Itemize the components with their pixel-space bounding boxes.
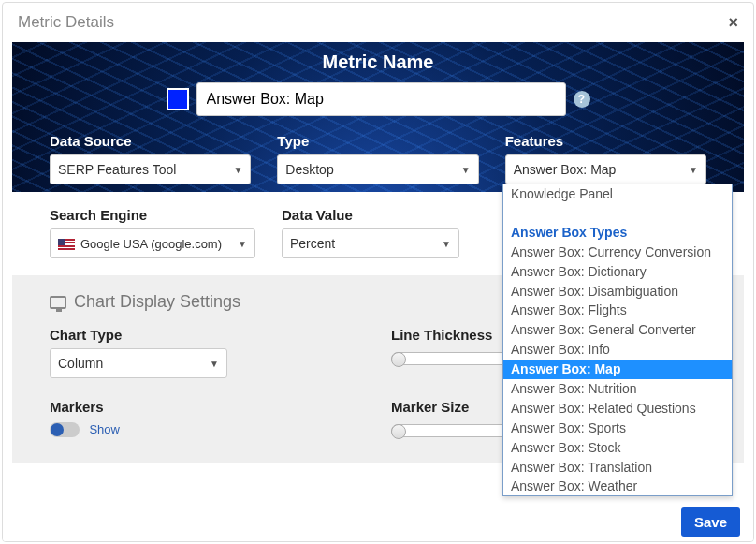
hero-title: Metric Name (12, 51, 744, 73)
modal-title: Metric Details (18, 13, 114, 32)
dropdown-item[interactable]: Answer Box: Currency Conversion (503, 243, 732, 262)
type-label: Type (277, 133, 478, 149)
data-source-select[interactable]: SERP Features Tool ▼ (50, 154, 251, 184)
chevron-down-icon: ▼ (210, 359, 219, 369)
chevron-down-icon: ▼ (233, 165, 242, 175)
modal-header: Metric Details × (3, 3, 753, 42)
metric-name-row: ? (12, 82, 744, 116)
metric-name-input[interactable] (196, 82, 566, 116)
hero-banner: Metric Name ? Data Source SERP Features … (12, 42, 744, 192)
data-value-value: Percent (290, 236, 335, 251)
data-value-select[interactable]: Percent ▼ (282, 228, 459, 258)
search-engine-select[interactable]: Google USA (google.com) ▼ (50, 228, 255, 258)
dropdown-item[interactable]: Answer Box: Dictionary (503, 262, 732, 282)
search-engine-label: Search Engine (50, 207, 255, 223)
chevron-down-icon: ▼ (689, 165, 698, 175)
dropdown-item[interactable]: Answer Box: General Converter (503, 320, 732, 340)
chevron-down-icon: ▼ (238, 239, 247, 249)
data-source-label: Data Source (50, 133, 251, 149)
dropdown-item[interactable]: Answer Box: Nutrition (503, 379, 732, 399)
section-title-text: Chart Display Settings (74, 292, 240, 312)
chart-type-select[interactable]: Column ▼ (50, 348, 227, 378)
features-value: Answer Box: Map (514, 162, 617, 177)
chevron-down-icon: ▼ (442, 239, 451, 249)
markers-toggle-text: Show (89, 422, 120, 436)
chart-type-label: Chart Type (50, 327, 365, 343)
chevron-down-icon: ▼ (461, 165, 471, 175)
dropdown-item[interactable]: Answer Box: Flights (503, 301, 732, 320)
features-dropdown-scroll[interactable]: Knowledge PanelAnswer Box TypesAnswer Bo… (503, 184, 732, 495)
modal-footer: Save (3, 502, 753, 541)
dropdown-item[interactable]: Answer Box: Info (503, 340, 732, 360)
save-button[interactable]: Save (681, 507, 740, 537)
markers-label: Markers (50, 399, 365, 415)
dropdown-item[interactable]: Answer Box: Stock (503, 438, 732, 458)
modal: Metric Details × Metric Name ? Data Sour… (2, 2, 754, 542)
chart-type-value: Column (58, 356, 103, 371)
data-value-label: Data Value (282, 207, 459, 223)
features-label: Features (505, 133, 706, 149)
dropdown-item[interactable]: Answer Box: Translation (503, 458, 732, 478)
monitor-icon (50, 296, 66, 309)
data-source-value: SERP Features Tool (58, 162, 176, 177)
type-select[interactable]: Desktop ▼ (277, 154, 478, 184)
dropdown-gap (503, 204, 732, 213)
dropdown-item[interactable]: Answer Box: Sports (503, 419, 732, 438)
dropdown-group-header: Answer Box Types (503, 223, 732, 243)
color-swatch[interactable] (167, 88, 189, 110)
dropdown-item-selected[interactable]: Answer Box: Map (503, 360, 732, 379)
dropdown-item[interactable]: Answer Box: Disambiguation (503, 282, 732, 301)
type-value: Desktop (285, 162, 333, 177)
dropdown-item[interactable]: Knowledge Panel (503, 184, 732, 204)
markers-toggle[interactable] (50, 422, 80, 437)
close-icon[interactable]: × (728, 13, 738, 33)
features-dropdown[interactable]: Knowledge PanelAnswer Box TypesAnswer Bo… (502, 184, 733, 496)
us-flag-icon (58, 239, 75, 250)
features-select[interactable]: Answer Box: Map ▼ (505, 154, 706, 184)
search-engine-value: Google USA (google.com) (58, 237, 222, 251)
dropdown-item[interactable]: Answer Box: Related Questions (503, 399, 732, 419)
dropdown-item[interactable]: Answer Box: Weather (503, 477, 732, 495)
help-icon[interactable]: ? (574, 91, 590, 108)
